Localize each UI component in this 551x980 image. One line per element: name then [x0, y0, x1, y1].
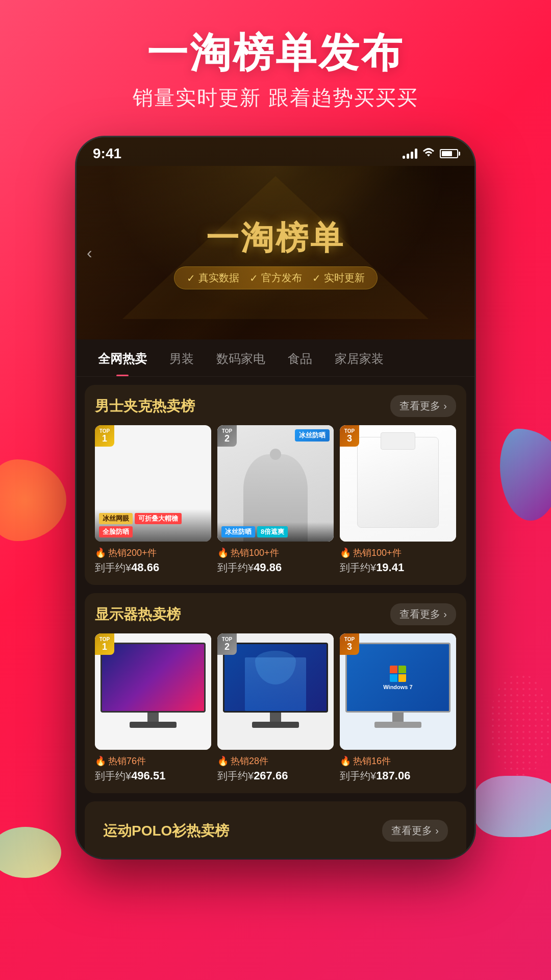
signal-icon — [403, 149, 417, 159]
monitor-2-hot: 🔥 热销28件 — [217, 755, 334, 767]
status-icons — [403, 147, 458, 160]
monitor-1-image: TOP 1 — [95, 633, 211, 750]
phone-mockup: 9:41 — [0, 127, 551, 858]
monitor-product-3[interactable]: Windows 7 TOP 3 — [340, 633, 456, 783]
monitor-product-2[interactable]: TOP 2 🔥 热销28件 到手约¥267.66 — [217, 633, 334, 783]
jacket-2-tags: 冰丝防晒 8倍遮爽 — [217, 522, 334, 542]
content-area: 男士夹克热卖榜 查看更多 › — [77, 377, 474, 858]
jacket-2-price: 到手约¥49.86 — [217, 561, 334, 575]
monitor-product-1[interactable]: TOP 1 🔥 热销76件 到手约¥496.51 — [95, 633, 211, 783]
rank-badge-jacket-1: TOP 1 — [95, 425, 114, 447]
promo-title: 一淘榜单发布 — [20, 31, 531, 76]
jacket-1-hot-text: 热销200+件 — [108, 547, 157, 559]
jackets-section-header: 男士夹克热卖榜 查看更多 › — [95, 395, 456, 417]
monitor-3-image: Windows 7 TOP 3 — [340, 633, 456, 750]
monitors-title: 显示器热卖榜 — [95, 605, 181, 624]
category-tabs: 全网热卖 男装 数码家电 食品 家居家装 — [77, 339, 474, 377]
banner-area: ‹ 一淘榜单 真实数据 官方发布 实时更新 — [77, 137, 474, 339]
rank-badge-monitor-1: TOP 1 — [95, 633, 114, 655]
jackets-see-more[interactable]: 查看更多 › — [390, 395, 456, 417]
jacket-3-price: 到手约¥19.41 — [340, 561, 456, 575]
jacket-3-image: TOP 3 — [340, 425, 456, 542]
jacket-product-3[interactable]: TOP 3 🔥 热销100+件 到手约¥19.41 — [340, 425, 456, 575]
monitor-3-price: 到手约¥187.06 — [340, 769, 456, 783]
jacket-2-hot-text: 热销100+件 — [231, 547, 279, 559]
monitor-3-hot-text: 热销16件 — [353, 755, 391, 767]
monitors-see-more[interactable]: 查看更多 › — [390, 603, 456, 625]
rank-badge-jacket-3: TOP 3 — [340, 425, 359, 447]
monitor-1-price: 到手约¥496.51 — [95, 769, 211, 783]
monitors-section: 显示器热卖榜 查看更多 › — [85, 593, 466, 793]
phone-frame: 9:41 — [77, 137, 474, 858]
banner-tag-3: 实时更新 — [312, 271, 365, 285]
phone-screen: 9:41 — [77, 137, 474, 858]
jacket-2-hot: 🔥 热销100+件 — [217, 547, 334, 559]
monitor-2-image: TOP 2 — [217, 633, 334, 750]
monitor-3-hot: 🔥 热销16件 — [340, 755, 456, 767]
jacket-2-badge: 冰丝防晒 — [295, 429, 330, 442]
tab-electronics[interactable]: 数码家电 — [205, 339, 277, 376]
banner-tag-1: 真实数据 — [187, 271, 239, 285]
banner-tag-2: 官方发布 — [249, 271, 302, 285]
polo-see-more[interactable]: 查看更多 › — [382, 820, 448, 842]
jacket-1-price: 到手约¥48.66 — [95, 561, 211, 575]
status-bar: 9:41 — [77, 137, 474, 166]
promo-header: 一淘榜单发布 销量实时更新 跟着趋势买买买 — [0, 0, 551, 127]
status-time: 9:41 — [93, 145, 121, 162]
rank-badge-monitor-3: TOP 3 — [340, 633, 359, 655]
tab-all-hot[interactable]: 全网热卖 — [87, 339, 158, 376]
jacket-2-image: TOP 2 冰丝防晒 冰丝防晒 8倍遮爽 — [217, 425, 334, 542]
jacket-3-hot: 🔥 热销100+件 — [340, 547, 456, 559]
tab-mens[interactable]: 男装 — [158, 339, 205, 376]
promo-subtitle: 销量实时更新 跟着趋势买买买 — [20, 84, 531, 112]
jacket-1-tags: 冰丝网眼 可折叠大帽檐 全脸防晒 — [95, 509, 211, 542]
polo-section-header: 运动POLO衫热卖榜 查看更多 › — [95, 812, 456, 848]
jackets-section: 男士夹克热卖榜 查看更多 › — [85, 385, 466, 585]
banner-tags: 真实数据 官方发布 实时更新 — [174, 266, 378, 289]
back-arrow[interactable]: ‹ — [87, 243, 92, 262]
jacket-product-1[interactable]: TOP 1 冰丝网眼 可折叠大帽檐 全脸防晒 🔥 — [95, 425, 211, 575]
tab-home[interactable]: 家居家装 — [323, 339, 395, 376]
tab-food[interactable]: 食品 — [277, 339, 323, 376]
monitor-1-hot-text: 热销76件 — [108, 755, 146, 767]
jacket-3-hot-text: 热销100+件 — [353, 547, 402, 559]
polo-title: 运动POLO衫热卖榜 — [103, 821, 229, 841]
banner-bg: ‹ 一淘榜单 真实数据 官方发布 实时更新 — [77, 166, 474, 339]
jacket-1-image: TOP 1 冰丝网眼 可折叠大帽檐 全脸防晒 — [95, 425, 211, 542]
monitor-2-hot-text: 热销28件 — [231, 755, 268, 767]
battery-icon — [440, 149, 458, 158]
monitors-products-grid: TOP 1 🔥 热销76件 到手约¥496.51 — [95, 633, 456, 783]
jackets-title: 男士夹克热卖榜 — [95, 397, 195, 416]
wifi-icon — [422, 147, 435, 160]
monitors-section-header: 显示器热卖榜 查看更多 › — [95, 603, 456, 625]
rank-badge-jacket-2: TOP 2 — [217, 425, 237, 447]
monitor-1-hot: 🔥 热销76件 — [95, 755, 211, 767]
polo-section: 运动POLO衫热卖榜 查看更多 › — [85, 801, 466, 858]
jackets-products-grid: TOP 1 冰丝网眼 可折叠大帽檐 全脸防晒 🔥 — [95, 425, 456, 575]
jacket-product-2[interactable]: TOP 2 冰丝防晒 冰丝防晒 8倍遮爽 🔥 — [217, 425, 334, 575]
jacket-1-hot: 🔥 热销200+件 — [95, 547, 211, 559]
monitor-2-price: 到手约¥267.66 — [217, 769, 334, 783]
banner-title: 一淘榜单 — [206, 216, 345, 260]
rank-badge-monitor-2: TOP 2 — [217, 633, 237, 655]
